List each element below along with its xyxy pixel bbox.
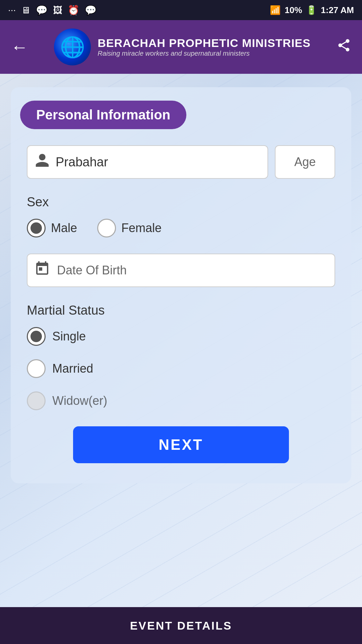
- sex-option-male[interactable]: Male: [27, 219, 77, 237]
- status-bar-right-info: 📶 10% 🔋 1:27 AM: [270, 5, 354, 15]
- name-age-row: Age: [27, 145, 335, 179]
- name-field[interactable]: [27, 145, 268, 179]
- share-button[interactable]: [337, 38, 351, 56]
- single-radio-inner: [31, 331, 42, 342]
- dob-placeholder: Date Of Birth: [57, 263, 127, 277]
- clock-icon: ⏰: [68, 5, 79, 16]
- app-icon-1: 🖥: [21, 5, 31, 16]
- notification-icon: ···: [8, 5, 16, 15]
- dob-field[interactable]: Date Of Birth: [27, 254, 335, 287]
- status-bar: ··· 🖥 💬 🖼 ⏰ 💬 📶 10% 🔋 1:27 AM: [0, 0, 362, 20]
- male-radio-inner: [31, 222, 42, 234]
- marital-option-married[interactable]: Married: [27, 359, 335, 378]
- single-radio-outer: [27, 327, 46, 346]
- male-label: Male: [51, 221, 77, 235]
- form-card: Personal Information Age Sex: [11, 87, 351, 483]
- battery-icon: 🔋: [306, 5, 317, 15]
- calendar-icon: [34, 261, 50, 280]
- photo-icon: 🖼: [53, 5, 62, 16]
- org-logo: [54, 29, 91, 65]
- age-placeholder: Age: [294, 155, 316, 169]
- org-tagline: Raising miracle workers and supernatural…: [98, 50, 310, 57]
- bottom-bar-label: EVENT DETAILS: [130, 619, 232, 632]
- org-name: BERACHAH PROPHETIC MINISTRIES: [98, 37, 310, 50]
- female-label: Female: [121, 221, 162, 235]
- time-display: 1:27 AM: [321, 5, 354, 15]
- marital-option-single[interactable]: Single: [27, 327, 335, 346]
- app-header: ← BERACHAH PROPHETIC MINISTRIES Raising …: [0, 20, 362, 74]
- person-icon: [34, 152, 50, 172]
- header-center: BERACHAH PROPHETIC MINISTRIES Raising mi…: [28, 29, 337, 65]
- marital-radio-group: Single Married Widow(er): [27, 327, 335, 410]
- bottom-bar: EVENT DETAILS: [0, 607, 362, 644]
- single-label: Single: [52, 329, 86, 343]
- battery-text: 10%: [285, 5, 302, 15]
- male-radio-outer: [27, 219, 46, 237]
- message-icon: 💬: [36, 5, 48, 16]
- chat-icon: 💬: [85, 5, 97, 16]
- wifi-icon: 📶: [270, 5, 281, 15]
- name-input[interactable]: [56, 155, 261, 169]
- married-radio-outer: [27, 359, 46, 378]
- back-button[interactable]: ←: [11, 37, 28, 57]
- widow-label: Widow(er): [52, 394, 107, 408]
- sex-option-female[interactable]: Female: [97, 219, 162, 237]
- age-field[interactable]: Age: [275, 145, 335, 179]
- main-content: Personal Information Age Sex: [0, 74, 362, 607]
- widow-radio-outer: [27, 391, 46, 410]
- sex-label: Sex: [27, 195, 335, 209]
- married-label: Married: [52, 362, 93, 376]
- sex-radio-group: Male Female: [27, 219, 335, 237]
- marital-option-widow[interactable]: Widow(er): [27, 391, 335, 410]
- marital-label: Martial Status: [27, 303, 335, 318]
- header-text-block: BERACHAH PROPHETIC MINISTRIES Raising mi…: [98, 37, 310, 57]
- share-icon: [337, 38, 351, 53]
- next-button[interactable]: NEXT: [73, 426, 289, 463]
- section-title: Personal Information: [20, 101, 186, 129]
- status-bar-left-icons: ··· 🖥 💬 🖼 ⏰ 💬: [8, 5, 97, 16]
- female-radio-outer: [97, 219, 116, 237]
